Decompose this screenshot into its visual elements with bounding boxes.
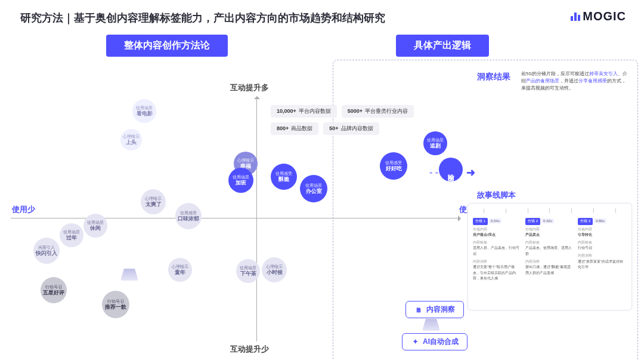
pill-content-insight[interactable]: 🗎 内容洞察 bbox=[405, 301, 464, 318]
bubble-下午茶: 使用场景下午茶 bbox=[236, 259, 260, 283]
output-node: 输出 bbox=[439, 158, 463, 181]
storyboard-title: 故事线脚本 bbox=[477, 190, 516, 201]
storyboard-column: 分镜 10.04s分镜内容用户痛点/痒点内容标签适用人群、产品卖点、行动号召内容… bbox=[473, 218, 522, 282]
bubble-五星好评: 行动号召五星好评 bbox=[41, 277, 67, 303]
bubble-推荐一款: 行动号召推荐一款 bbox=[102, 291, 129, 318]
bubble-加班: 使用场景加班 bbox=[228, 168, 253, 193]
data-chip: 800+商品数据 bbox=[271, 122, 318, 135]
bubble-快闪引入: 画面引入快闪引入 bbox=[33, 238, 60, 264]
bubble-好好吃: 使用感受好好吃 bbox=[380, 152, 407, 180]
insight-result-desc: 前5S的分镜片段，应尽可能通过帅哥美女引入、介绍产品的食用场景，并通过分享食用感… bbox=[521, 70, 628, 92]
dashed-arrow-icon: - - bbox=[429, 167, 438, 178]
data-chip: 50+品牌内容数据 bbox=[323, 122, 379, 135]
storyboard-panel: 分镜 10.04s分镜内容用户痛点/痒点内容标签适用人群、产品卖点、行动号召内容… bbox=[467, 203, 632, 310]
bubble-口味浓郁: 使用感受口味浓郁 bbox=[175, 203, 202, 229]
bubble-休闲: 使用场景休闲 bbox=[83, 214, 107, 238]
bubble-童年: 心理暗示童年 bbox=[168, 258, 192, 282]
brand-logo: MOGIC bbox=[571, 10, 626, 23]
data-chip: 5000+平台垂类行业内容 bbox=[342, 105, 414, 118]
storyboard-column: 分镜 34.86s分镜内容引导转化内容标签行动号召内容洞察通过"推荐某某"的话术… bbox=[578, 218, 627, 282]
bubble-过年: 使用场景过年 bbox=[60, 223, 83, 247]
bubble-小时候: 心理暗示小时候 bbox=[262, 257, 287, 282]
bubble-看电影: 使用场景看电影 bbox=[132, 99, 156, 123]
pill-ai-autogen[interactable]: ✦ AI自动合成 bbox=[402, 333, 467, 350]
bubble-上头: 心理暗示上头 bbox=[120, 129, 142, 150]
axis-label-top: 互动提升多 bbox=[230, 82, 269, 93]
logo-text: MOGIC bbox=[583, 10, 626, 23]
section-header-methodology: 整体内容创作方法论 bbox=[106, 35, 228, 57]
bubble-追剧: 使用场景追剧 bbox=[423, 131, 447, 155]
storyboard-column: 分镜 20.42s分镜内容产品卖点内容标签产品卖点、使用场景、适用人群内容洞察突… bbox=[525, 218, 574, 282]
data-chip: 10,000+平台内容数据 bbox=[271, 105, 337, 118]
bubble-酥脆: 使用感受酥脆 bbox=[271, 164, 297, 190]
logo-bars-icon bbox=[571, 13, 580, 21]
sparkle-icon: ✦ bbox=[411, 338, 419, 346]
axis-label-left: 使用少 bbox=[12, 204, 35, 215]
axis-label-bottom: 互动提升少 bbox=[230, 344, 269, 355]
bubble-太爽了: 心理暗示太爽了 bbox=[141, 189, 166, 214]
section-header-output-logic: 具体产出逻辑 bbox=[396, 35, 489, 57]
page-title: 研究方法｜基于奥创内容理解标签能力，产出内容方向的市场趋势和结构研究 bbox=[20, 11, 385, 25]
axis-vertical bbox=[256, 97, 257, 341]
insight-result-title: 洞察结果 bbox=[477, 72, 510, 82]
bubble-办公室: 使用场景办公室 bbox=[300, 175, 327, 202]
flow-cone-icon bbox=[120, 269, 138, 281]
axis-horizontal bbox=[11, 218, 460, 219]
clipboard-icon: 🗎 bbox=[414, 306, 423, 314]
arrow-right-icon: ➜ bbox=[466, 166, 475, 179]
data-source-chips: 10,000+平台内容数据5000+平台垂类行业内容800+商品数据50+品牌内… bbox=[271, 105, 414, 135]
